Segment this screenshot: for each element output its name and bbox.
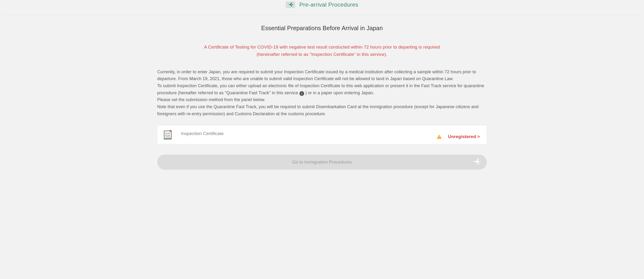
document-checklist-icon: [162, 129, 174, 141]
page-title: Essential Preparations Before Arrival in…: [157, 23, 487, 33]
svg-rect-7: [439, 138, 440, 138]
main-content: Essential Preparations Before Arrival in…: [150, 15, 494, 179]
cta-label: Go to Immigration Procedures: [292, 160, 352, 165]
svg-rect-6: [439, 136, 440, 137]
header-title: Pre-arrival Procedures: [300, 0, 358, 10]
paragraph-3: Please set the submission method from th…: [157, 96, 487, 103]
inspection-certificate-card[interactable]: Inspection Certificate Unregistered >: [157, 125, 487, 144]
body-text: Currently, in order to enter Japan, you …: [157, 69, 487, 118]
paragraph-2: To submit Inspection Certificate, you ca…: [157, 83, 487, 96]
info-icon[interactable]: i: [300, 91, 304, 96]
go-to-immigration-button: Go to Immigration Procedures: [157, 155, 487, 170]
card-status-text: Unregistered >: [448, 133, 480, 140]
paragraph-2b: ) or in a paper upon entering Japan.: [304, 91, 374, 95]
warning-icon: [437, 134, 442, 139]
covid-notice: A Certificate of Testing for COVID-19 wi…: [157, 43, 487, 58]
svg-rect-1: [164, 138, 171, 139]
paragraph-1: Currently, in order to enter Japan, you …: [157, 69, 487, 83]
notice-line-2: (hereinafter referred to as "Inspection …: [157, 51, 487, 58]
card-status: Unregistered >: [437, 133, 480, 141]
airplane-icon: [286, 2, 295, 8]
paragraph-4: Note that even if you use the Quarantine…: [157, 103, 487, 117]
card-title: Inspection Certificate: [181, 129, 430, 137]
header-strip: Pre-arrival Procedures: [0, 0, 644, 11]
airplane-icon: [473, 157, 482, 167]
notice-line-1: A Certificate of Testing for COVID-19 wi…: [157, 43, 487, 51]
